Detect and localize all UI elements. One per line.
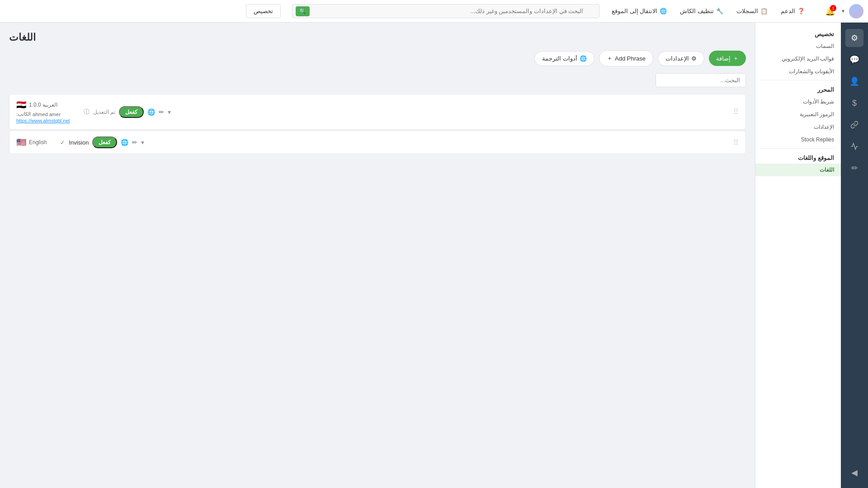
- lang-version-english: English: [29, 139, 47, 145]
- avatar-chevron-icon[interactable]: ▼: [841, 9, 845, 14]
- lang-flag-arabic: 🇪🇬: [16, 100, 26, 110]
- logs-icon: 📋: [760, 8, 768, 14]
- sidebar-link-icon[interactable]: [845, 116, 863, 134]
- settings-top-title: تخصيص: [755, 27, 841, 40]
- add-button[interactable]: ＋ إضافة: [709, 51, 746, 66]
- lang-right-english: ▾ ✏ 🌐 كفعل Invision ✓ English 🇺🇸: [16, 136, 144, 148]
- lang-name-english: Invision: [69, 139, 89, 146]
- edit-english-icon[interactable]: ✏: [132, 139, 137, 146]
- notification-bell[interactable]: 🔔 1: [824, 5, 836, 18]
- settings-divider-1: [760, 80, 836, 80]
- updated-label-arabic: تم التعديل: [93, 109, 115, 115]
- language-row-english: ⠿ ▾ ✏ 🌐 كفعل Invision ✓ English 🇺🇸: [9, 131, 746, 154]
- settings-item-smt[interactable]: السمات: [755, 40, 841, 52]
- nav-logs[interactable]: 📋 تنظيف الكاش السجلات: [731, 5, 773, 17]
- top-navbar: ▼ 🔔 1 ❓ الدعم 📋 تنظيف الكاش السجلات 🔧 تن…: [0, 0, 868, 23]
- sidebar-chart-icon[interactable]: [845, 137, 863, 155]
- translation-icon: 🌐: [580, 55, 587, 62]
- edit-arabic-icon[interactable]: ✏: [159, 108, 164, 116]
- lang-version-arabic: العربية 1.0.0: [29, 102, 57, 108]
- lang-author-arabic: ahmed amer: [33, 112, 61, 117]
- settings-item-emojis[interactable]: الرموز التعبيرية: [755, 108, 841, 121]
- drag-handle-arabic[interactable]: ⠿: [733, 108, 739, 116]
- lang-right-arabic: ▾ ✏ 🌐 كفعل تم التعديل ⓘ العربية 1.0.0 🇪🇬…: [16, 100, 171, 124]
- sidebar-chat-icon[interactable]: 💬: [845, 51, 863, 69]
- nav-search-input[interactable]: [292, 4, 599, 18]
- status-badge-english[interactable]: كفعل: [92, 136, 117, 148]
- nav-goto-site[interactable]: 🌐 الانتقال إلى الموقع: [606, 5, 672, 17]
- notification-badge: 1: [830, 5, 836, 11]
- nav-links: ❓ الدعم 📋 تنظيف الكاش السجلات 🔧 تنظيف ال…: [606, 5, 810, 17]
- customize-button[interactable]: تخصيص: [246, 4, 281, 18]
- settings-item-email[interactable]: قوالب البريد الإلكتروني: [755, 52, 841, 65]
- avatar[interactable]: [849, 4, 863, 19]
- settings-item-stock[interactable]: Stock Replies: [755, 133, 841, 146]
- language-row-arabic: ⠿ ▾ ✏ 🌐 كفعل تم التعديل ⓘ العربية 1.0.0 …: [9, 94, 746, 130]
- add-phrase-plus-icon: ＋: [607, 54, 613, 62]
- language-search-input[interactable]: [656, 73, 746, 87]
- nav-clean-cache[interactable]: 🔧 تنظيف الكاش: [675, 5, 729, 17]
- lang-author-label-arabic: الكاتب:: [16, 111, 31, 117]
- nav-search-area: 🔍: [292, 4, 599, 18]
- settings-divider-2: [760, 148, 836, 149]
- settings-panel: تخصيص السمات قوالب البريد الإلكتروني الأ…: [755, 23, 841, 488]
- settings-item-toolbar[interactable]: شريط الأدوات: [755, 95, 841, 108]
- page-title: اللغات: [9, 32, 36, 43]
- nav-search-button[interactable]: 🔍: [296, 6, 310, 16]
- settings-item-icons[interactable]: الأيقونات والشعارات: [755, 65, 841, 78]
- info-arabic-icon[interactable]: ⓘ: [84, 108, 90, 116]
- page-title-bar: اللغات: [9, 32, 746, 43]
- plus-icon: ＋: [733, 54, 739, 62]
- lang-left-arabic: ⠿: [733, 108, 739, 116]
- lang-flag-english: 🇺🇸: [16, 137, 26, 147]
- gear-icon: ⚙: [691, 55, 697, 62]
- globe-english-icon[interactable]: 🌐: [121, 139, 128, 146]
- globe-arabic-icon[interactable]: 🌐: [147, 108, 155, 116]
- main-content: اللغات ＋ إضافة ⚙ الإعدادات Add Phrase ＋ …: [0, 23, 755, 488]
- lang-left-english: ⠿: [733, 138, 739, 147]
- status-badge-arabic[interactable]: كفعل: [119, 106, 144, 118]
- invision-check-icon: ✓: [60, 139, 65, 146]
- add-phrase-button[interactable]: Add Phrase ＋: [599, 50, 653, 66]
- content-search-area: [9, 73, 746, 87]
- drag-handle-english[interactable]: ⠿: [733, 138, 739, 147]
- toolbar: ＋ إضافة ⚙ الإعدادات Add Phrase ＋ 🌐 أدوات…: [9, 50, 746, 66]
- lang-link-arabic[interactable]: https://www.almstqbl.net: [16, 118, 70, 123]
- lang-name-block-english: English 🇺🇸: [16, 137, 47, 147]
- settings-site-title: الموقع واللغات: [755, 151, 841, 164]
- nav-support[interactable]: ❓ الدعم: [775, 5, 810, 17]
- support-icon: ❓: [797, 8, 805, 14]
- settings-item-settings[interactable]: الإعدادات: [755, 121, 841, 133]
- sidebar-money-icon[interactable]: $: [845, 94, 863, 112]
- right-icon-sidebar: ⚙ 💬 👤 $ ✏ ◀: [841, 23, 868, 488]
- translation-tools-button[interactable]: 🌐 أدوات الترجمة: [534, 51, 594, 66]
- settings-item-languages[interactable]: اللغات: [755, 164, 841, 176]
- sidebar-settings-icon[interactable]: ⚙: [845, 29, 863, 47]
- lang-name-block-arabic: العربية 1.0.0 🇪🇬 ahmed amer الكاتب: http…: [16, 100, 70, 124]
- settings-toolbar-button[interactable]: ⚙ الإعدادات: [658, 51, 704, 66]
- goto-site-icon: 🌐: [660, 8, 667, 14]
- sidebar-user-icon[interactable]: 👤: [845, 72, 863, 90]
- cache-icon: 🔧: [716, 8, 723, 14]
- sidebar-edit-icon[interactable]: ✏: [845, 159, 863, 177]
- expand-english-icon[interactable]: ▾: [141, 139, 144, 146]
- sidebar-collapse-icon[interactable]: ◀: [845, 464, 863, 482]
- expand-arabic-icon[interactable]: ▾: [168, 108, 171, 116]
- settings-editor-title: المحرر: [755, 83, 841, 95]
